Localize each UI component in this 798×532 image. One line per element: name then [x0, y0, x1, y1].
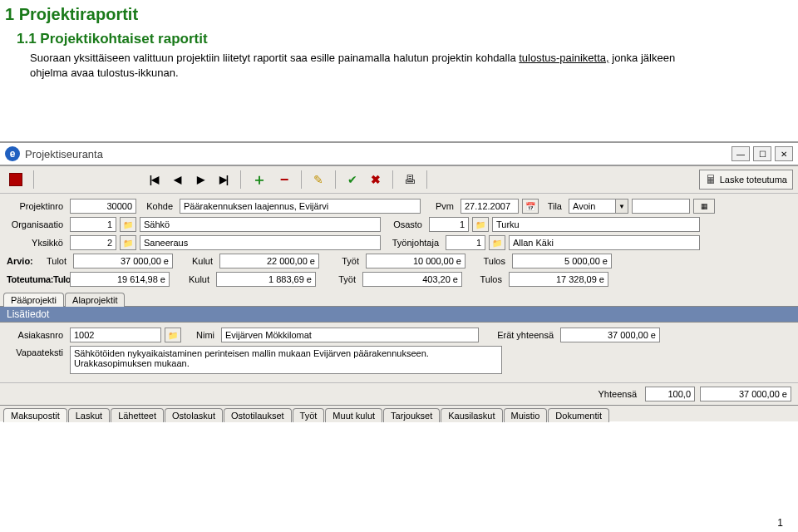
input-projektinro[interactable]	[70, 199, 136, 214]
input-erat[interactable]	[560, 328, 660, 342]
nav-last-button[interactable]: ▶|	[214, 170, 234, 190]
toolbar-divider	[426, 170, 427, 189]
label-tulot: Tulot	[45, 256, 70, 266]
folder-icon: 📁	[123, 220, 133, 229]
nav-first-button[interactable]: |◀	[144, 170, 164, 190]
doc-heading-1: 1 Projektiraportit	[5, 5, 798, 24]
input-nimi[interactable]	[221, 328, 479, 342]
input-osasto-name[interactable]	[492, 217, 700, 232]
input-tot-tyot[interactable]	[362, 272, 462, 287]
tab-ostolaskut[interactable]: Ostolaskut	[165, 408, 223, 422]
input-tila-extra[interactable]	[632, 199, 690, 214]
confirm-button[interactable]: ✔	[342, 170, 362, 190]
app-window: e Projektiseuranta — ☐ ✕ |◀ ◀ ▶ ▶| ＋ − ✎…	[0, 141, 798, 421]
label-yksikko: Yksikkö	[7, 238, 66, 248]
print-icon: 🖶	[404, 173, 416, 186]
tab-laskut[interactable]: Laskut	[68, 408, 110, 422]
window-title: Projektiseuranta	[25, 148, 103, 160]
browse-yksikko-button[interactable]: 📁	[120, 235, 136, 250]
row-project: Projektinro Kohde Pvm 📅 Tila ▼ ▦	[7, 199, 791, 214]
delete-button[interactable]: −	[274, 170, 294, 190]
compute-button[interactable]: 🖩 Laske toteutuma	[699, 170, 793, 190]
bottom-tabs-wrap: Maksupostit Laskut Lähetteet Ostolaskut …	[0, 405, 798, 421]
input-arvio-tulos[interactable]	[512, 254, 612, 268]
stop-button[interactable]	[5, 170, 27, 190]
close-button[interactable]: ✕	[775, 146, 793, 161]
doc-heading-2: 1.1 Projektikohtaiset raportit	[17, 31, 798, 47]
row-arvio: Arvio: Tulot Kulut Työt Tulos	[7, 254, 791, 268]
label-yhteensa: Yhteensä	[598, 389, 640, 399]
row-asiakas: Asiakasnro 📁 Nimi Erät yhteensä	[7, 328, 791, 342]
tab-paaprojekti[interactable]: Pääprojekti	[3, 293, 64, 307]
input-arvio-tyot[interactable]	[366, 254, 466, 268]
input-vapaateksti[interactable]	[70, 346, 502, 374]
browse-osasto-button[interactable]: 📁	[472, 217, 489, 232]
input-kohde[interactable]	[180, 199, 421, 214]
tab-alaprojektit[interactable]: Alaprojektit	[65, 293, 125, 307]
browse-asiakas-button[interactable]: 📁	[165, 328, 181, 342]
doc-paragraph: Suoraan yksittäiseen valittuun projektii…	[30, 51, 695, 80]
nav-first-icon: |◀	[150, 174, 158, 185]
folder-icon: 📁	[475, 220, 485, 229]
grid-icon: ▦	[701, 202, 708, 210]
maximize-button[interactable]: ☐	[753, 146, 771, 161]
edit-button[interactable]: ✎	[308, 170, 328, 190]
print-button[interactable]: 🖶	[400, 170, 420, 190]
tab-ostotilaukset[interactable]: Ostotilaukset	[224, 408, 292, 422]
combo-tila-dropdown[interactable]: ▼	[615, 199, 628, 214]
window-controls: — ☐ ✕	[732, 146, 793, 161]
tab-tyot[interactable]: Työt	[293, 408, 325, 422]
input-tot-tulot[interactable]	[70, 272, 170, 287]
calculator-icon: 🖩	[705, 173, 717, 186]
calendar-icon: 📅	[525, 202, 535, 211]
input-yksikko-name[interactable]	[140, 235, 381, 250]
tab-maksupostit[interactable]: Maksupostit	[3, 408, 67, 422]
lisatiedot-area: Asiakasnro 📁 Nimi Erät yhteensä Vapaatek…	[0, 323, 798, 383]
top-tabs: Pääprojekti Alaprojektit	[0, 292, 798, 306]
toolbar-divider	[392, 170, 393, 189]
input-total-sum[interactable]	[700, 387, 791, 401]
input-tot-tulos[interactable]	[509, 272, 608, 287]
doc-text-before: Suoraan yksittäiseen valittuun projektii…	[30, 52, 519, 64]
combo-tila[interactable]: ▼	[569, 199, 628, 214]
tab-muistio[interactable]: Muistio	[504, 408, 548, 422]
input-tot-kulut[interactable]	[216, 272, 316, 287]
calendar-button[interactable]: 📅	[522, 199, 539, 214]
add-button[interactable]: ＋	[248, 170, 271, 190]
browse-tj-button[interactable]: 📁	[489, 235, 505, 250]
grid-view-button[interactable]: ▦	[693, 199, 715, 214]
tab-kausilaskut[interactable]: Kausilaskut	[441, 408, 502, 422]
input-osasto-no[interactable]	[429, 217, 469, 232]
label-erat: Erät yhteensä	[482, 330, 557, 340]
input-pvm[interactable]	[461, 199, 519, 214]
label-tulos-2: Tulos	[466, 274, 505, 284]
tab-dokumentit[interactable]: Dokumentit	[548, 408, 609, 422]
nav-next-button[interactable]: ▶	[190, 170, 210, 190]
input-asiakasnro[interactable]	[70, 328, 161, 342]
input-arvio-kulut[interactable]	[219, 254, 319, 268]
input-tj-name[interactable]	[509, 235, 700, 250]
nav-prev-button[interactable]: ◀	[167, 170, 187, 190]
browse-org-button[interactable]: 📁	[120, 217, 136, 232]
minimize-button[interactable]: —	[732, 146, 750, 161]
cancel-button[interactable]: ✖	[366, 170, 386, 190]
input-yksikko-no[interactable]	[70, 235, 116, 250]
input-tila[interactable]	[569, 199, 615, 214]
toolbar-divider	[240, 170, 241, 189]
label-tila: Tila	[542, 201, 565, 211]
input-org-name[interactable]	[140, 217, 381, 232]
doc-text-link: tulostus-painiketta,	[519, 52, 608, 64]
input-total-pct[interactable]	[645, 387, 695, 401]
compute-label: Laske toteutuma	[720, 175, 787, 185]
toolbar-divider	[301, 170, 302, 189]
plus-icon: ＋	[252, 172, 267, 187]
label-osasto: Osasto	[384, 219, 426, 229]
input-tj-no[interactable]	[446, 235, 485, 250]
titlebar: e Projektiseuranta — ☐ ✕	[0, 143, 798, 166]
input-org-no[interactable]	[70, 217, 116, 232]
tab-muut-kulut[interactable]: Muut kulut	[325, 408, 382, 422]
tab-lahetteet[interactable]: Lähetteet	[111, 408, 164, 422]
label-nimi: Nimi	[185, 330, 218, 340]
input-arvio-tulot[interactable]	[73, 254, 173, 268]
tab-tarjoukset[interactable]: Tarjoukset	[383, 408, 440, 422]
